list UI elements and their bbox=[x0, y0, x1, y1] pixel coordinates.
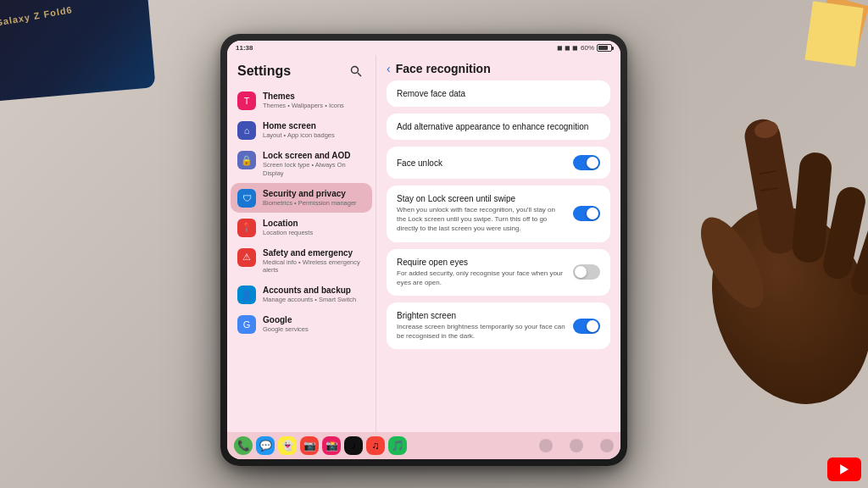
accounts-icon: 👤 bbox=[237, 286, 256, 304]
sticky-note-yellow bbox=[804, 1, 863, 67]
face-unlock-row: Face unlock bbox=[397, 155, 600, 170]
stay-on-lock-row: Stay on Lock screen until swipe When you… bbox=[397, 194, 600, 234]
accounts-title: Accounts and backup bbox=[263, 285, 365, 296]
face-recognition-panel: ‹ Face recognition Remove face data Add … bbox=[376, 55, 620, 432]
require-eyes-toggle[interactable] bbox=[573, 264, 600, 280]
security-title: Security and privacy bbox=[263, 188, 365, 199]
stay-on-lock-option: Stay on Lock screen until swipe When you… bbox=[387, 186, 610, 242]
battery-text: 60% bbox=[581, 44, 594, 52]
app-dock: 📞 💬 👻 📷 📸 ♪ ♫ 🎵 bbox=[227, 432, 620, 459]
google-icon: G bbox=[237, 315, 256, 334]
google-text: Google Google services bbox=[263, 314, 365, 334]
nav-back[interactable] bbox=[539, 439, 553, 452]
google-subtitle: Google services bbox=[263, 325, 365, 334]
nav-recents[interactable] bbox=[600, 439, 614, 452]
dock-spotify[interactable]: 🎵 bbox=[388, 436, 407, 455]
safety-icon: ⚠ bbox=[237, 248, 256, 267]
status-time: 11:38 bbox=[236, 44, 253, 52]
remove-face-title: Remove face data bbox=[397, 89, 600, 98]
themes-text: Themes Themes • Wallpapers • Icons bbox=[263, 91, 365, 110]
brighten-screen-toggle[interactable] bbox=[573, 319, 600, 334]
brighten-screen-title: Brighten screen bbox=[397, 311, 566, 320]
location-subtitle: Location requests bbox=[263, 229, 365, 237]
settings-item-home[interactable]: ⌂ Home screen Layout • App icon badges bbox=[231, 115, 372, 145]
settings-item-safety[interactable]: ⚠ Safety and emergency Medical info • Wi… bbox=[231, 242, 372, 280]
brighten-screen-subtitle: Increase screen brightness temporarily s… bbox=[397, 322, 566, 341]
dock-phone[interactable]: 📞 bbox=[234, 436, 253, 455]
settings-item-security[interactable]: 🛡 Security and privacy Biometrics • Perm… bbox=[231, 183, 372, 213]
safety-text: Safety and emergency Medical info • Wire… bbox=[263, 247, 365, 275]
battery-icon bbox=[597, 44, 612, 52]
add-appearance-option[interactable]: Add alternative appearance to enhance re… bbox=[387, 114, 610, 140]
yt-play-icon bbox=[840, 464, 849, 474]
svg-line-1 bbox=[358, 73, 361, 76]
settings-item-lock[interactable]: 🔒 Lock screen and AOD Screen lock type •… bbox=[231, 145, 372, 183]
settings-item-themes[interactable]: T Themes Themes • Wallpapers • Icons bbox=[231, 86, 372, 115]
screen-content: Settings T Theme bbox=[227, 55, 620, 432]
face-title: Face recognition bbox=[396, 62, 491, 75]
security-text: Security and privacy Biometrics • Permis… bbox=[263, 188, 365, 208]
dock-app-icons: 📞 💬 👻 📷 📸 ♪ ♫ 🎵 bbox=[234, 436, 407, 455]
face-header: ‹ Face recognition bbox=[376, 55, 620, 80]
dock-messages[interactable]: 💬 bbox=[256, 436, 275, 455]
settings-item-location[interactable]: 📍 Location Location requests bbox=[231, 213, 372, 242]
stay-on-lock-title: Stay on Lock screen until swipe bbox=[397, 194, 566, 203]
security-icon: 🛡 bbox=[237, 189, 256, 208]
dock-yt-music[interactable]: ♫ bbox=[366, 436, 385, 455]
settings-header: Settings bbox=[227, 55, 376, 86]
require-eyes-title: Require open eyes bbox=[397, 258, 566, 267]
phone-screen: 11:38 ◼ ◼ ◼ 60% Settings bbox=[227, 41, 620, 459]
lock-title: Lock screen and AOD bbox=[263, 150, 365, 161]
nav-buttons bbox=[539, 439, 614, 452]
dock-instagram[interactable]: 📸 bbox=[322, 436, 341, 455]
themes-icon: T bbox=[237, 92, 256, 110]
location-text: Location Location requests bbox=[263, 218, 365, 237]
brighten-screen-option: Brighten screen Increase screen brightne… bbox=[387, 302, 610, 349]
home-icon: ⌂ bbox=[237, 121, 256, 140]
home-title: Home screen bbox=[263, 120, 365, 131]
safety-subtitle: Medical info • Wireless emergency alerts bbox=[263, 258, 365, 275]
stay-on-lock-subtitle: When you unlock with face recognition, y… bbox=[397, 205, 566, 234]
safety-title: Safety and emergency bbox=[263, 247, 365, 258]
home-subtitle: Layout • App icon badges bbox=[263, 131, 365, 140]
google-title: Google bbox=[263, 314, 365, 325]
back-button[interactable]: ‹ bbox=[387, 62, 391, 75]
settings-item-google[interactable]: G Google Google services bbox=[231, 309, 372, 339]
stay-on-lock-toggle[interactable] bbox=[573, 206, 600, 221]
settings-title: Settings bbox=[237, 64, 291, 79]
lock-text: Lock screen and AOD Screen lock type • A… bbox=[263, 150, 365, 178]
settings-panel: Settings T Theme bbox=[227, 55, 376, 432]
face-unlock-title: Face unlock bbox=[397, 158, 442, 168]
settings-list: T Themes Themes • Wallpapers • Icons ⌂ H… bbox=[227, 86, 376, 432]
home-text: Home screen Layout • App icon badges bbox=[263, 120, 365, 140]
dock-snapchat[interactable]: 👻 bbox=[278, 436, 297, 455]
status-icons: ◼ ◼ ◼ 60% bbox=[557, 44, 612, 52]
require-eyes-row: Require open eyes For added security, on… bbox=[397, 258, 600, 287]
face-unlock-toggle[interactable] bbox=[573, 155, 600, 170]
accounts-subtitle: Manage accounts • Smart Switch bbox=[263, 296, 365, 304]
status-bar: 11:38 ◼ ◼ ◼ 60% bbox=[227, 41, 620, 55]
signal-icons: ◼ ◼ ◼ bbox=[557, 44, 578, 52]
lock-icon: 🔒 bbox=[237, 151, 256, 169]
search-button[interactable] bbox=[347, 62, 365, 80]
require-eyes-subtitle: For added security, only recognise your … bbox=[397, 269, 566, 287]
box-label: Galaxy Z Fold6 bbox=[0, 4, 73, 28]
themes-subtitle: Themes • Wallpapers • Icons bbox=[263, 102, 365, 110]
dock-photos[interactable]: 📷 bbox=[300, 436, 319, 455]
nav-home[interactable] bbox=[570, 439, 583, 452]
location-title: Location bbox=[263, 218, 365, 229]
youtube-badge bbox=[827, 458, 861, 481]
brighten-screen-row: Brighten screen Increase screen brightne… bbox=[397, 311, 600, 341]
phone-body: 11:38 ◼ ◼ ◼ 60% Settings bbox=[220, 34, 627, 466]
require-eyes-option: Require open eyes For added security, on… bbox=[387, 249, 610, 296]
dock-tiktok[interactable]: ♪ bbox=[344, 436, 363, 455]
lock-subtitle: Screen lock type • Always On Display bbox=[263, 161, 365, 178]
location-icon: 📍 bbox=[237, 219, 256, 237]
settings-item-accounts[interactable]: 👤 Accounts and backup Manage accounts • … bbox=[231, 280, 372, 309]
face-unlock-option: Face unlock bbox=[387, 147, 610, 179]
themes-title: Themes bbox=[263, 91, 365, 102]
add-appearance-title: Add alternative appearance to enhance re… bbox=[397, 122, 600, 131]
accounts-text: Accounts and backup Manage accounts • Sm… bbox=[263, 285, 365, 304]
remove-face-option[interactable]: Remove face data bbox=[387, 80, 610, 107]
security-subtitle: Biometrics • Permission manager bbox=[263, 199, 365, 208]
